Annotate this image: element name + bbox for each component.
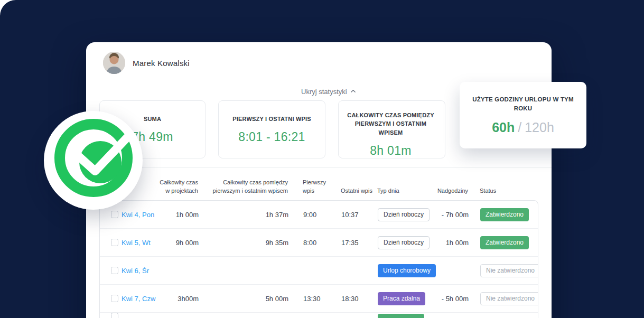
cell-between-entries: 9h 35m <box>209 229 294 256</box>
cell-first-entry <box>294 257 339 284</box>
hide-statistics-toggle[interactable]: Ukryj statystyki <box>301 88 356 96</box>
row-checkbox[interactable] <box>111 239 118 246</box>
green-check-circle-icon <box>44 111 143 210</box>
stat-value: 8h 01m <box>370 144 412 158</box>
cell-checkbox <box>100 285 121 312</box>
cell-day-type: Dzień roboczy <box>378 229 437 256</box>
table-row: Kwi 7, Czw 3h00m 5h 00m 13:30 18:30 Prac… <box>100 285 538 313</box>
row-date-link[interactable]: Kwi 6, Śr <box>121 267 149 275</box>
day-type-badge[interactable]: Urlop chorobowy <box>378 264 436 277</box>
table-row: Kwi 6, Śr Urlop chorobowy Nie zatwierdzo… <box>100 257 538 285</box>
cell-status: Zatwierdzono <box>472 201 538 228</box>
cell-date: Kwi 5, Wt <box>121 229 159 256</box>
stat-card-total-between: CAŁKOWITY CZAS POMIĘDZY PIERWSZYM I OSTA… <box>338 100 445 158</box>
column-header-overtime: Nadgodziny <box>437 187 472 197</box>
cell-day-type <box>378 313 437 318</box>
cell-last-entry: 18:30 <box>339 285 378 312</box>
cell-last-entry: 10:37 <box>339 201 378 228</box>
cell-checkbox <box>100 257 121 284</box>
stat-label: CAŁKOWITY CZAS POMIĘDZY PIERWSZYM I OSTA… <box>347 111 434 137</box>
cell-date: Kwi 7, Czw <box>121 285 159 312</box>
day-type-badge[interactable]: Praca zdalna <box>378 292 425 305</box>
cell-overtime <box>437 257 472 284</box>
row-checkbox[interactable] <box>111 211 118 218</box>
cell-last-entry: 17:35 <box>339 229 378 256</box>
cell-date: Kwi 6, Śr <box>121 257 159 284</box>
cell-first-entry: 9:00 <box>294 201 339 228</box>
row-checkbox[interactable] <box>111 267 118 274</box>
cell-day-type: Dzień roboczy <box>378 201 437 228</box>
cell-checkbox <box>100 229 121 256</box>
hide-statistics-label: Ukryj statystyki <box>301 88 347 96</box>
cell-overtime: - 7h 00m <box>437 201 472 228</box>
cell-project-time <box>159 257 209 284</box>
cell-first-entry <box>294 313 339 318</box>
row-date-link[interactable]: Kwi 7, Czw <box>121 295 155 303</box>
vacation-total: 120h <box>525 120 554 135</box>
cell-date <box>121 313 159 318</box>
cell-project-time: 1h 00m <box>159 201 209 228</box>
row-date-link[interactable]: Kwi 5, Wt <box>121 239 151 247</box>
cell-project-time: 9h 00m <box>159 229 209 256</box>
vacation-value: 60h / 120h <box>492 120 554 135</box>
screenshot-stage: Marek Kowalski Ukryj statystyki SUMA 7h … <box>0 0 644 318</box>
stat-label: PIERWSZY I OSTATNI WPIS <box>232 115 311 124</box>
cell-day-type: Urlop chorobowy <box>378 257 437 284</box>
row-checkbox[interactable] <box>111 295 118 302</box>
status-badge[interactable]: Nie zatwierdzono <box>480 292 538 305</box>
cell-between-entries: 5h 00m <box>209 285 294 312</box>
cell-between-entries: 1h 37m <box>209 201 294 228</box>
column-header-between-entries: Całkowity czas pomiędzy pierwszym i osta… <box>209 179 293 197</box>
cell-project-time <box>159 313 209 318</box>
vacation-used: 60h <box>492 120 515 135</box>
cell-last-entry <box>339 313 378 318</box>
table-row: Kwi 4, Pon 1h 00m 1h 37m 9:00 10:37 Dzie… <box>100 201 538 229</box>
cell-checkbox <box>100 313 121 318</box>
cell-between-entries <box>209 257 294 284</box>
day-type-badge[interactable]: Dzień roboczy <box>378 208 430 221</box>
avatar <box>103 52 125 74</box>
column-header-day-type: Typ dnia <box>377 187 437 197</box>
table-row: Kwi 5, Wt 9h 00m 9h 35m 8:00 17:35 Dzień… <box>100 229 538 257</box>
column-header-status: Status <box>472 187 538 197</box>
status-badge[interactable]: Zatwierdzono <box>480 208 529 221</box>
column-header-last-entry: Ostatni wpis <box>339 187 377 197</box>
cell-day-type: Praca zdalna <box>378 285 437 312</box>
stat-value: 8:01 - 16:21 <box>238 130 305 144</box>
cell-overtime: - 5h 00m <box>437 285 472 312</box>
cell-status: Nie zatwierdzono <box>472 257 538 284</box>
column-header-project-time: Całkowity czas w projektach <box>158 179 209 197</box>
cell-between-entries <box>209 313 294 318</box>
stat-card-first-last-entry: PIERWSZY I OSTATNI WPIS 8:01 - 16:21 <box>218 100 325 158</box>
avatar-photo-icon <box>103 52 125 74</box>
column-header-first-entry: Pierwszy wpis <box>293 179 339 197</box>
user-header: Marek Kowalski <box>103 52 190 74</box>
table-body: Kwi 4, Pon 1h 00m 1h 37m 9:00 10:37 Dzie… <box>99 200 538 318</box>
cell-overtime <box>437 313 472 318</box>
table-row <box>100 313 538 318</box>
cell-status: Zatwierdzono <box>472 229 538 256</box>
row-date-link[interactable]: Kwi 4, Pon <box>121 211 154 219</box>
day-type-badge[interactable]: Dzień roboczy <box>378 236 430 249</box>
vacation-hours-card: UŻYTE GODZINY URLOPU W TYM ROKU 60h / 12… <box>460 82 586 148</box>
cell-status <box>472 313 538 318</box>
chevron-up-icon <box>350 88 356 96</box>
status-badge[interactable]: Nie zatwierdzono <box>480 264 538 277</box>
cell-status: Nie zatwierdzono <box>472 285 538 312</box>
timesheet-card: Marek Kowalski Ukryj statystyki SUMA 7h … <box>86 42 552 318</box>
day-type-badge[interactable] <box>378 314 424 318</box>
cell-first-entry: 13:30 <box>294 285 339 312</box>
cell-overtime: 1h 00m <box>437 229 472 256</box>
row-checkbox[interactable] <box>111 313 118 318</box>
app-logo <box>44 111 143 210</box>
stats-section-divider <box>86 167 552 168</box>
vacation-separator: / <box>518 120 521 135</box>
cell-project-time: 3h00m <box>159 285 209 312</box>
table-header: Całkowity czas w projektach Całkowity cz… <box>99 172 538 197</box>
cell-last-entry <box>339 257 378 284</box>
stat-label: SUMA <box>144 115 161 124</box>
cell-first-entry: 8:00 <box>294 229 339 256</box>
vacation-label: UŻYTE GODZINY URLOPU W TYM ROKU <box>472 95 574 114</box>
user-name: Marek Kowalski <box>133 59 190 68</box>
status-badge[interactable]: Zatwierdzono <box>480 236 529 249</box>
